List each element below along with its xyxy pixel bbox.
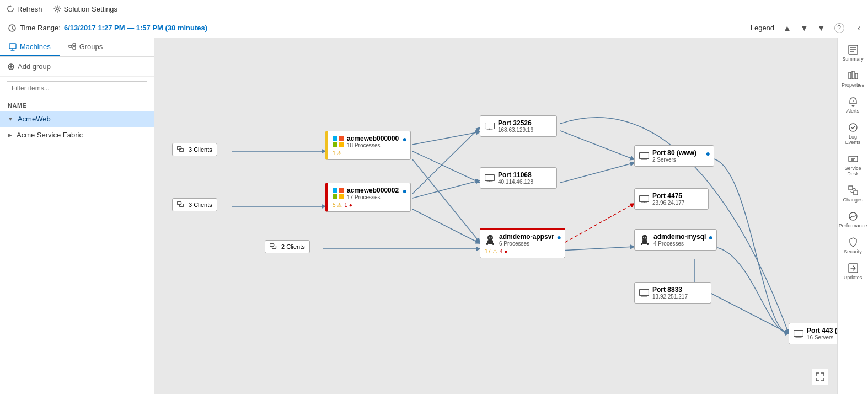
acmeweb000000-sub: 18 Processes bbox=[347, 142, 399, 148]
svg-rect-2 bbox=[9, 44, 16, 49]
warn-badge-2: 5 ⚠ bbox=[333, 202, 342, 208]
expand-icon-2: ▶ bbox=[8, 132, 12, 138]
port11068-title: Port 11068 bbox=[498, 171, 533, 179]
add-group-button[interactable]: Add group bbox=[0, 57, 154, 77]
svg-rect-65 bbox=[854, 191, 858, 195]
client-3-label: 2 Clients bbox=[281, 243, 305, 250]
solution-settings-button[interactable]: Solution Settings bbox=[53, 5, 118, 13]
tabs: Machines Groups bbox=[0, 38, 154, 57]
svg-rect-59 bbox=[852, 71, 854, 79]
svg-rect-64 bbox=[849, 186, 853, 190]
client-node-2[interactable]: 3 Clients bbox=[172, 198, 217, 211]
security-button[interactable]: Security bbox=[840, 233, 866, 258]
admdemo-mysql-sub: 4 Processes bbox=[653, 241, 706, 247]
tab-groups-label: Groups bbox=[79, 42, 103, 51]
time-icons: Legend ▲ ▼ ▼ ? ‹ bbox=[751, 23, 860, 33]
map-area: 3 Clients 3 Clients 2 Clients bbox=[154, 38, 837, 394]
admdemo-appsvr-badges: 17 ⚠ 4 ● bbox=[485, 248, 560, 254]
expand-up-icon[interactable]: ▲ bbox=[783, 23, 791, 33]
updates-button[interactable]: Updates bbox=[840, 259, 866, 284]
svg-point-42 bbox=[489, 237, 490, 237]
performance-label: Performance bbox=[839, 223, 867, 228]
port8833-sub: 13.92.251.217 bbox=[652, 294, 688, 300]
client-2-label: 3 Clients bbox=[189, 201, 212, 208]
svg-rect-4 bbox=[73, 44, 76, 46]
acmeweb000002-sub: 17 Processes bbox=[347, 194, 399, 200]
node-port4475[interactable]: Port 4475 23.96.24.177 bbox=[634, 188, 709, 210]
summary-button[interactable]: Summary bbox=[840, 40, 866, 65]
svg-line-16 bbox=[560, 131, 634, 159]
main-area: Machines Groups Add group NAME ▼ AcmeWeb bbox=[0, 38, 868, 394]
node-admdemo-mysql[interactable]: admdemo-mysql 4 Processes ● bbox=[634, 229, 717, 251]
alerts-label: Alerts bbox=[846, 108, 859, 114]
performance-button[interactable]: Performance bbox=[840, 207, 866, 232]
svg-line-19 bbox=[560, 247, 634, 251]
nav-item-acmeweb[interactable]: ▼ AcmeWeb bbox=[0, 111, 154, 127]
node-acmeweb000000[interactable]: acmeweb000000 18 Processes ● 1 ⚠ bbox=[325, 131, 411, 160]
svg-rect-46 bbox=[492, 243, 494, 245]
top-bar: Refresh Solution Settings bbox=[0, 0, 868, 18]
svg-rect-54 bbox=[647, 243, 649, 245]
port443-sub: 16 Servers bbox=[807, 334, 837, 340]
port4475-sub: 23.96.24.177 bbox=[652, 200, 684, 206]
expand-icon: ▼ bbox=[8, 116, 13, 122]
chevron-left-icon[interactable]: ‹ bbox=[858, 23, 860, 33]
tab-machines-label: Machines bbox=[20, 42, 51, 51]
node-port32526[interactable]: Port 32526 168.63.129.16 bbox=[480, 115, 557, 137]
expand-down-icon[interactable]: ▼ bbox=[800, 23, 808, 33]
svg-point-0 bbox=[56, 8, 58, 10]
add-group-label: Add group bbox=[18, 62, 51, 71]
help-icon[interactable]: ? bbox=[834, 23, 844, 33]
node-port80[interactable]: Port 80 (www) 2 Servers ● bbox=[634, 145, 714, 167]
svg-line-14 bbox=[412, 209, 480, 243]
svg-rect-37 bbox=[485, 123, 495, 129]
svg-point-50 bbox=[643, 237, 644, 238]
refresh-label: Refresh bbox=[17, 5, 42, 13]
port32526-title: Port 32526 bbox=[498, 119, 533, 127]
svg-line-12 bbox=[412, 159, 480, 242]
service-desk-label: Service Desk bbox=[842, 166, 864, 177]
svg-rect-36 bbox=[339, 194, 344, 199]
column-name-header: NAME bbox=[0, 100, 154, 111]
node-acmeweb000002[interactable]: acmeweb000002 17 Processes ● 5 ⚠ 1 ● bbox=[325, 183, 411, 212]
filter-icon[interactable]: ▼ bbox=[817, 23, 826, 33]
tab-machines[interactable]: Machines bbox=[0, 38, 60, 56]
svg-rect-47 bbox=[640, 152, 649, 158]
acmeweb000002-title: acmeweb000002 bbox=[347, 187, 399, 194]
client-node-3[interactable]: 2 Clients bbox=[265, 240, 310, 253]
client-1-label: 3 Clients bbox=[189, 146, 212, 153]
svg-rect-35 bbox=[333, 194, 337, 199]
svg-rect-48 bbox=[640, 195, 649, 201]
svg-line-15 bbox=[412, 127, 480, 194]
node-admdemo-appsvr[interactable]: admdemo-appsvr 6 Processes ● 17 ⚠ 4 ● bbox=[480, 228, 565, 258]
client-node-1[interactable]: 3 Clients bbox=[172, 143, 217, 156]
log-events-button[interactable]: Log Events bbox=[840, 118, 866, 148]
filter-input[interactable] bbox=[7, 81, 147, 95]
nav-item-acme-service-fabric-label: Acme Service Fabric bbox=[17, 131, 83, 139]
svg-point-39 bbox=[487, 235, 493, 241]
changes-button[interactable]: Changes bbox=[840, 181, 866, 206]
svg-rect-32 bbox=[339, 142, 344, 147]
port4475-title: Port 4475 bbox=[652, 192, 684, 200]
admdemo-appsvr-title: admdemo-appsvr bbox=[499, 233, 554, 241]
time-value: 6/13/2017 1:27 PM — 1:57 PM (30 minutes) bbox=[64, 24, 207, 32]
solution-settings-label: Solution Settings bbox=[64, 5, 118, 13]
alerts-button[interactable]: Alerts bbox=[840, 92, 866, 117]
svg-rect-38 bbox=[485, 174, 495, 180]
svg-rect-53 bbox=[641, 243, 642, 245]
acmeweb000002-badges: 5 ⚠ 1 ● bbox=[333, 202, 406, 208]
refresh-button[interactable]: Refresh bbox=[7, 5, 42, 13]
node-port11068[interactable]: Port 11068 40.114.46.128 bbox=[480, 167, 557, 189]
properties-button[interactable]: Properties bbox=[840, 66, 866, 91]
node-port8833[interactable]: Port 8833 13.92.251.217 bbox=[634, 282, 711, 304]
svg-rect-29 bbox=[333, 136, 337, 141]
svg-point-62 bbox=[849, 124, 857, 131]
legend-label: Legend bbox=[751, 24, 774, 32]
acmeweb000000-badges: 1 ⚠ bbox=[333, 150, 406, 156]
map-fit-button[interactable] bbox=[812, 369, 828, 385]
node-port443[interactable]: Port 443 (https) 16 Servers ● bbox=[789, 323, 837, 344]
nav-item-acme-service-fabric[interactable]: ▶ Acme Service Fabric bbox=[0, 127, 154, 143]
svg-rect-45 bbox=[486, 243, 488, 245]
service-desk-button[interactable]: Service Desk bbox=[840, 150, 866, 180]
tab-groups[interactable]: Groups bbox=[60, 38, 112, 56]
